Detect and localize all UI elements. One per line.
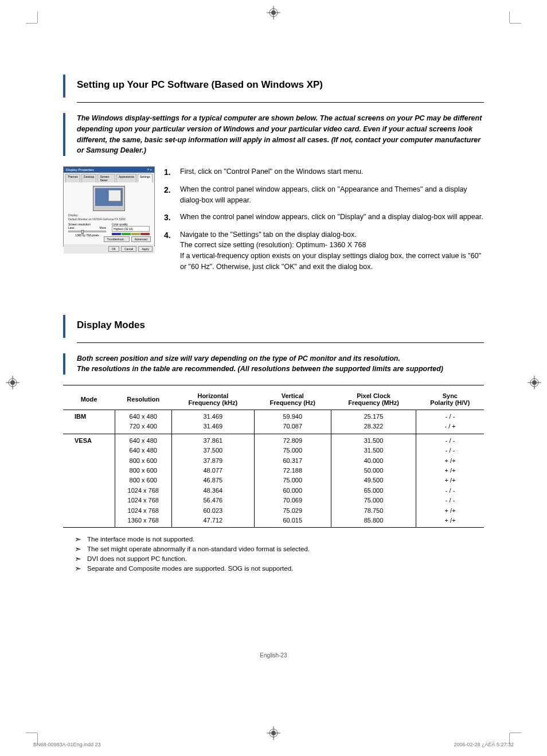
apply-button: Apply — [138, 246, 153, 252]
step-number: 2. — [164, 184, 173, 206]
bullet-icon: ➣ — [75, 565, 81, 573]
step-item: 4.Navigate to the "Settings" tab on the … — [164, 229, 484, 272]
table-cell: + /+ — [416, 466, 484, 476]
table-row: 1360 x 76847.71260.01585.800+ /+ — [63, 516, 484, 527]
table-row: 800 x 60037.87960.31740.000+ /+ — [63, 456, 484, 466]
accent-bar — [63, 315, 65, 338]
table-row: 720 x 40031.46970.08728.322- / + — [63, 422, 484, 434]
note-text: The set might operate abnormally if a no… — [87, 545, 310, 554]
table-cell: 75.000 — [254, 446, 331, 455]
table-cell: - / - — [416, 446, 484, 455]
table-cell: 60.015 — [254, 516, 331, 527]
table-cell: 31.500 — [331, 446, 416, 455]
registration-mark-icon — [267, 6, 280, 20]
table-cell: 800 x 600 — [115, 476, 172, 485]
table-cell: 1360 x 768 — [115, 516, 172, 527]
table-cell: 72.809 — [254, 434, 331, 446]
close-icon: ? × — [147, 168, 152, 172]
cancel-button: Cancel — [121, 246, 137, 252]
step-item: 2.When the control panel window appears,… — [164, 184, 484, 206]
table-cell: 75.000 — [331, 496, 416, 505]
ok-button: OK — [108, 246, 119, 252]
footer-timestamp: 2006-02-28 ¿ÀÈÄ 5:27:32 — [454, 742, 514, 747]
notes-list: ➣The interface mode is not supported.➣Th… — [63, 536, 484, 573]
step-number: 3. — [164, 212, 173, 224]
mode-cell: IBM — [63, 410, 115, 434]
note-text: The interface mode is not supported. — [87, 536, 194, 544]
note-item: ➣The interface mode is not supported. — [63, 536, 484, 544]
table-header: Mode — [63, 389, 115, 410]
table-header: Pixel ClockFrequency (MHz) — [331, 389, 416, 410]
display-properties-dialog: Display Properties ? × Themes Desktop Sc… — [63, 166, 155, 247]
note-text: Separate and Composite modes are support… — [87, 565, 293, 573]
table-cell: 800 x 600 — [115, 466, 172, 476]
table-cell: 37.879 — [172, 456, 255, 466]
table-row: 1024 x 76848.36460.00065.000- / - — [63, 486, 484, 496]
table-cell: 1024 x 768 — [115, 496, 172, 505]
dialog-tab: Desktop — [81, 174, 96, 182]
table-cell: 47.712 — [172, 516, 255, 527]
table-cell: - / - — [416, 410, 484, 422]
dialog-tab: Themes — [65, 174, 80, 182]
display-label: Display: — [68, 213, 150, 217]
resolution-value: 1360 by 768 pixels — [68, 233, 106, 237]
accent-bar — [63, 75, 65, 98]
dialog-tab: Appearance — [116, 174, 136, 182]
table-cell: 70.087 — [254, 422, 331, 434]
note-item: ➣Separate and Composite modes are suppor… — [63, 565, 484, 573]
table-cell: 60.000 — [254, 486, 331, 496]
accent-bar — [63, 353, 65, 375]
steps-list: 1.First, click on "Control Panel" on the… — [164, 166, 484, 278]
table-cell: 46.875 — [172, 476, 255, 485]
table-cell: 37.500 — [172, 446, 255, 455]
note-text: DVI does not support PC function. — [87, 555, 187, 563]
step-text: First, click on "Control Panel" on the W… — [180, 166, 363, 178]
table-cell: 31.469 — [172, 410, 255, 422]
step-text: When the control panel window appears, c… — [180, 184, 484, 206]
accent-bar — [63, 113, 65, 156]
dialog-title: Display Properties — [66, 168, 94, 172]
table-cell: 50.000 — [331, 466, 416, 476]
table-cell: 25.175 — [331, 410, 416, 422]
footer-filename: BN68-00983A-01Eng.indd 23 — [33, 742, 101, 747]
dialog-tab: Screen Saver — [97, 174, 115, 182]
step-text: When the control panel window appears, c… — [180, 212, 483, 224]
table-header: SyncPolarity (H/V) — [416, 389, 484, 410]
page-number: English-23 — [37, 652, 510, 658]
table-cell: 31.500 — [331, 434, 416, 446]
table-cell: 59.940 — [254, 410, 331, 422]
display-text: Default Monitor on NVIDIA GeForce FX 520… — [68, 217, 150, 221]
table-row: 1024 x 76860.02375.02978.750+ /+ — [63, 506, 484, 516]
table-cell: - / - — [416, 496, 484, 505]
table-header: HorizontalFrequency (kHz) — [172, 389, 255, 410]
table-cell: 75.029 — [254, 506, 331, 516]
table-row: 800 x 60046.87575.00049.500+ /+ — [63, 476, 484, 485]
table-cell: 1024 x 768 — [115, 486, 172, 496]
section-title: Display Modes — [77, 319, 145, 333]
note-item: ➣DVI does not support PC function. — [63, 555, 484, 563]
section-intro: The Windows display-settings for a typic… — [77, 113, 484, 156]
advanced-button: Advanced — [131, 236, 151, 242]
table-cell: 65.000 — [331, 486, 416, 496]
step-item: 3.When the control panel window appears,… — [164, 212, 484, 224]
table-row: 640 x 48037.50075.00031.500- / - — [63, 446, 484, 455]
color-quality-select: Highest (32 bit) — [112, 226, 150, 232]
table-cell: - / - — [416, 434, 484, 446]
table-cell: 48.364 — [172, 486, 255, 496]
table-cell: 720 x 400 — [115, 422, 172, 434]
table-cell: 78.750 — [331, 506, 416, 516]
page-content: Setting up Your PC Software (Based on Wi… — [37, 23, 510, 722]
step-item: 1.First, click on "Control Panel" on the… — [164, 166, 484, 178]
table-cell: 85.800 — [331, 516, 416, 527]
display-modes-table: ModeResolutionHorizontalFrequency (kHz)V… — [63, 389, 484, 527]
table-cell: 56.476 — [172, 496, 255, 505]
monitor-icon — [93, 186, 125, 211]
section-intro: Both screen position and size will vary … — [77, 353, 443, 375]
table-cell: 72.188 — [254, 466, 331, 476]
troubleshoot-button: Troubleshoot... — [104, 236, 130, 242]
table-cell: + /+ — [416, 516, 484, 527]
table-cell: - / - — [416, 486, 484, 496]
table-cell: 60.317 — [254, 456, 331, 466]
table-cell: 1024 x 768 — [115, 506, 172, 516]
table-header: VerticalFrequency (Hz) — [254, 389, 331, 410]
